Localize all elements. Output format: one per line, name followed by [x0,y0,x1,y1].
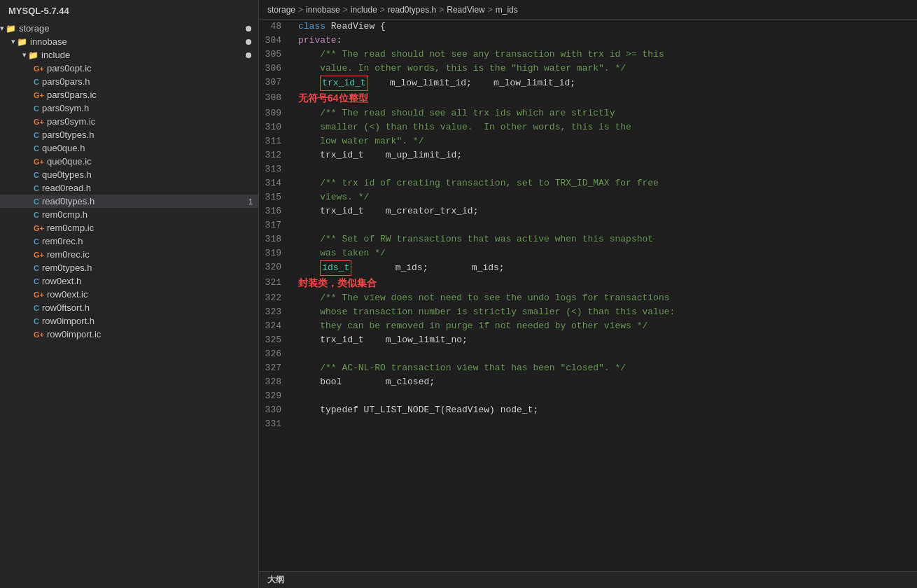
file-type-icon: C [34,78,39,86]
file-type-icon: C [34,237,39,246]
line-content: typedef UT_LIST_NODE_T(ReadView) node_t; [293,403,917,417]
sidebar-item-label: innobase [30,36,246,47]
boxed-type-2: ids_t [298,262,351,273]
arrow-icon: ▾ [11,37,15,46]
code-line: 317 [259,218,917,232]
sidebar: MYSQL-5.7.44 ▾📁storage▾📁innobase▾📁includ… [0,0,259,588]
line-content: bool m_closed; [293,375,917,389]
sidebar-item-row0ext.h[interactable]: Crow0ext.h [0,274,258,288]
annotation-chinese: 无符号64位整型 [298,92,368,104]
line-content: /** The read should not see any transact… [293,48,917,62]
sidebar-item-pars0pars.h[interactable]: Cpars0pars.h [0,75,258,88]
line-number: 310 [259,120,293,134]
line-content: smaller (<) than this value. In other wo… [293,120,917,134]
breadcrumb-separator: > [439,5,444,15]
line-content: value. In other words, this is the "high… [293,62,917,76]
line-number: 330 [259,403,293,417]
sidebar-item-read0types.h[interactable]: Cread0types.h1 [0,195,258,208]
sidebar-item-row0ftsort.h[interactable]: Crow0ftsort.h [0,301,258,314]
line-number: 321 [259,276,293,290]
sidebar-item-row0import.ic[interactable]: G+row0import.ic [0,328,258,341]
line-content: /** trx id of creating transaction, set … [293,176,917,190]
line-number: 304 [259,34,293,48]
sidebar-item-rem0cmp.h[interactable]: Crem0cmp.h [0,208,258,221]
sidebar-item-include[interactable]: ▾📁include [0,48,258,62]
sidebar-item-rem0rec.h[interactable]: Crem0rec.h [0,234,258,248]
sidebar-item-label: pars0pars.ic [47,90,258,100]
sidebar-item-read0read.h[interactable]: Cread0read.h [0,181,258,195]
sidebar-item-label: que0que.ic [47,156,258,167]
breadcrumb-part-3[interactable]: read0types.h [388,5,436,15]
file-type-icon: C [34,277,39,286]
sidebar-item-rem0types.h[interactable]: Crem0types.h [0,261,258,274]
line-content: private: [293,34,917,48]
line-number: 313 [259,162,293,176]
line-number: 306 [259,62,293,76]
sidebar-item-pars0opt.ic[interactable]: G+pars0opt.ic [0,62,258,75]
outline-label: 大纲 [267,574,284,586]
line-content: whose transaction number is strictly sma… [293,305,917,319]
breadcrumb-part-1[interactable]: innobase [306,5,340,15]
code-line: 304private: [259,34,917,48]
sidebar-item-label: rem0cmp.h [42,209,258,220]
line-content: they can be removed in purge if not need… [293,319,917,333]
sidebar-item-label: pars0sym.h [42,103,258,113]
sidebar-item-label: row0ftsort.h [42,302,258,313]
code-line: 310 smaller (<) than this value. In othe… [259,120,917,134]
sidebar-item-pars0types.h[interactable]: Cpars0types.h [0,128,258,141]
sidebar-item-pars0sym.ic[interactable]: G+pars0sym.ic [0,115,258,128]
code-line: 323 whose transaction number is strictly… [259,305,917,319]
code-editor[interactable]: 48class ReadView {304private:305 /** The… [259,20,917,571]
line-content: trx_id_t m_low_limit_id; m_low_limit_id; [293,76,917,91]
breadcrumb-part-0[interactable]: storage [267,5,295,15]
sidebar-item-pars0sym.h[interactable]: Cpars0sym.h [0,102,258,115]
line-number: 318 [259,232,293,246]
sidebar-item-rem0rec.ic[interactable]: G+rem0rec.ic [0,248,258,261]
breadcrumb-part-2[interactable]: include [351,5,377,15]
file-type-icon: C [34,264,39,272]
sidebar-item-label: pars0opt.ic [47,63,258,74]
line-number: 323 [259,305,293,319]
code-line: 324 they can be removed in purge if not … [259,319,917,333]
sidebar-item-innobase[interactable]: ▾📁innobase [0,35,258,48]
file-type-icon: C [34,184,39,192]
sidebar-item-label: pars0pars.h [42,76,258,87]
code-line: 330 typedef UT_LIST_NODE_T(ReadView) nod… [259,403,917,417]
line-number: 48 [259,20,293,34]
breadcrumb-part-5[interactable]: m_ids [496,5,518,15]
sidebar-item-row0ext.ic[interactable]: G+row0ext.ic [0,288,258,301]
file-type-icon: G+ [34,158,44,166]
file-type-icon: G+ [34,290,44,299]
code-line: 319 was taken */ [259,246,917,260]
file-type-icon: C [34,304,39,312]
folder-icon: 📁 [6,24,16,34]
code-line: 322 /** The view does not need to see th… [259,291,917,305]
code-line: 329 [259,389,917,403]
sidebar-item-que0que.h[interactable]: Cque0que.h [0,141,258,155]
sidebar-item-pars0pars.ic[interactable]: G+pars0pars.ic [0,88,258,102]
breadcrumb-separator: > [488,5,493,15]
file-type-icon: G+ [34,64,44,73]
sidebar-item-label: rem0cmp.ic [47,223,258,233]
line-content: views. */ [293,190,917,204]
code-line: 326 [259,347,917,361]
sidebar-item-rem0cmp.ic[interactable]: G+rem0cmp.ic [0,221,258,234]
sidebar-item-storage[interactable]: ▾📁storage [0,22,258,35]
line-content: /** Set of RW transactions that was acti… [293,232,917,246]
sidebar-item-que0que.ic[interactable]: G+que0que.ic [0,155,258,168]
sidebar-item-label: row0ext.h [42,276,258,286]
sidebar-item-que0types.h[interactable]: Cque0types.h [0,168,258,181]
sidebar-item-row0import.h[interactable]: Crow0import.h [0,314,258,328]
line-number: 328 [259,375,293,389]
code-line: 325 trx_id_t m_low_limit_no; [259,333,917,347]
breadcrumb-part-4[interactable]: ReadView [447,5,484,15]
line-number: 308 [259,91,293,105]
boxed-type: trx_id_t [298,78,368,88]
line-content: /** The read should see all trx ids whic… [293,106,917,120]
code-line: 305 /** The read should not see any tran… [259,48,917,62]
code-line: 312 trx_id_t m_up_limit_id; [259,148,917,162]
code-line: 315 views. */ [259,190,917,204]
bottom-bar: 大纲 [259,571,917,588]
line-number: 312 [259,148,293,162]
file-type-icon: G+ [34,251,44,259]
